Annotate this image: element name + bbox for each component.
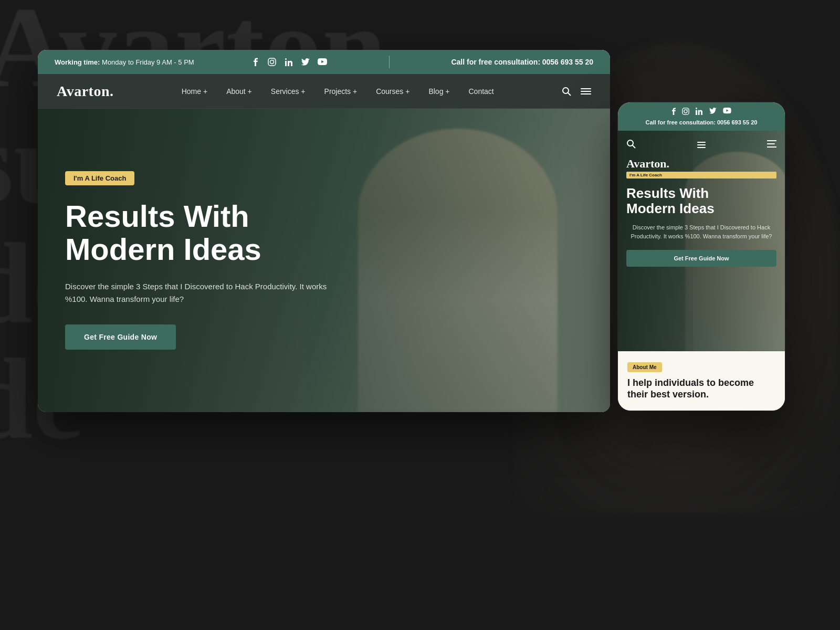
mobile-hero-section: Avarton. I'm A Life Coach Results With M… — [618, 131, 785, 351]
navbar-action-icons — [562, 87, 591, 96]
mobile-topbar: Call for free consultation: 0056 693 55 … — [618, 102, 785, 131]
mobile-hero-title: Results With Modern Ideas — [626, 186, 776, 216]
youtube-icon[interactable] — [318, 57, 327, 67]
hero-content: I'm A Life Coach Results With Modern Ide… — [38, 171, 363, 350]
mobile-twitter-icon[interactable] — [709, 108, 717, 117]
nav-item-home[interactable]: Home + — [172, 87, 217, 96]
svg-rect-3 — [285, 61, 287, 66]
mobile-search-icon — [626, 139, 636, 149]
mobile-consultation-label: Call for free consultation: — [646, 119, 716, 125]
svg-point-2 — [274, 59, 275, 60]
logo-text: Avarton. — [57, 83, 113, 99]
consultation-info: Call for free consultation: 0056 693 55 … — [451, 58, 593, 66]
facebook-icon[interactable] — [250, 57, 260, 67]
svg-point-11 — [696, 108, 697, 109]
mobile-hero-content: Avarton. I'm A Life Coach Results With M… — [626, 139, 776, 267]
mobile-consultation-info: Call for free consultation: 0056 693 55 … — [646, 119, 758, 125]
mobile-logo-area: Avarton. I'm A Life Coach — [626, 157, 776, 178]
mobile-menu-icon[interactable] — [767, 140, 776, 150]
nav-link-contact[interactable]: Contact — [459, 87, 503, 96]
mobile-mockup: Call for free consultation: 0056 693 55 … — [618, 102, 785, 411]
nav-item-courses[interactable]: Courses + — [366, 87, 419, 96]
svg-point-1 — [270, 60, 274, 64]
svg-point-5 — [563, 88, 569, 93]
hero-title: Results With Modern Ideas — [65, 200, 336, 266]
mobile-hero-cta-button[interactable]: Get Free Guide Now — [626, 250, 776, 267]
working-time-label: Working time: — [55, 58, 100, 66]
svg-line-6 — [568, 92, 571, 96]
nav-item-about[interactable]: About + — [217, 87, 261, 96]
mobile-hamburger-btn[interactable] — [697, 142, 706, 148]
mobile-hero-title-line1: Results With — [626, 185, 709, 201]
mobile-phone-number: 0056 693 55 20 — [717, 119, 757, 125]
working-time: Working time: Monday to Friday 9 AM - 5 … — [55, 58, 194, 66]
hero-badge: I'm A Life Coach — [65, 171, 134, 185]
svg-point-9 — [687, 109, 688, 110]
svg-rect-7 — [682, 108, 689, 114]
twitter-icon[interactable] — [301, 57, 310, 67]
svg-line-13 — [633, 145, 636, 149]
svg-rect-0 — [268, 58, 276, 66]
mobile-nav-row — [626, 139, 776, 151]
svg-point-4 — [285, 58, 287, 60]
nav-item-contact[interactable]: Contact — [459, 87, 503, 96]
mobile-hero-title-line2: Modern Ideas — [626, 201, 715, 216]
hero-subtitle: Discover the simple 3 Steps that I Disco… — [65, 280, 336, 306]
mobile-logo-badge: I'm A Life Coach — [626, 172, 776, 178]
nav-item-services[interactable]: Services + — [261, 87, 315, 96]
search-icon — [562, 87, 571, 96]
hamburger-icon — [581, 87, 591, 96]
mobile-facebook-icon[interactable] — [671, 108, 676, 117]
working-time-value: Monday to Friday 9 AM - 5 PM — [102, 58, 194, 66]
nav-link-services[interactable]: Services + — [261, 87, 315, 96]
hero-title-line2: Modern Ideas — [65, 232, 261, 266]
mobile-search-btn[interactable] — [626, 139, 636, 151]
svg-rect-10 — [696, 110, 697, 115]
hero-title-line1: Results With — [65, 199, 249, 233]
nav-link-home[interactable]: Home + — [172, 87, 217, 96]
mobile-about-title: I help individuals to become their best … — [627, 377, 775, 400]
mobile-hero-subtitle: Discover the simple 3 Steps that I Disco… — [626, 223, 776, 240]
site-logo[interactable]: Avarton. — [57, 83, 113, 100]
nav-link-about[interactable]: About + — [217, 87, 261, 96]
mobile-logo-text: Avarton. — [626, 157, 776, 171]
search-button[interactable] — [562, 87, 571, 96]
topbar: Working time: Monday to Friday 9 AM - 5 … — [38, 50, 610, 74]
consultation-label: Call for free consultation: — [451, 58, 540, 66]
mobile-social-icons — [671, 108, 731, 117]
hero-section: I'm A Life Coach Results With Modern Ide… — [38, 109, 610, 412]
mobile-linkedin-icon[interactable] — [696, 108, 703, 117]
nav-item-projects[interactable]: Projects + — [315, 87, 367, 96]
svg-point-8 — [684, 110, 687, 113]
mobile-youtube-icon[interactable] — [723, 108, 731, 117]
mobile-about-section: About Me I help individuals to become th… — [618, 351, 785, 411]
mobile-lines-icon — [767, 140, 776, 148]
nav-link-projects[interactable]: Projects + — [315, 87, 367, 96]
linkedin-icon[interactable] — [284, 57, 293, 67]
navbar: Avarton. Home + About + Services + Proje… — [38, 74, 610, 109]
social-icons-group — [250, 57, 327, 67]
mobile-instagram-icon[interactable] — [682, 108, 689, 117]
nav-menu: Home + About + Services + Projects + Cou… — [172, 87, 503, 96]
desktop-mockup: Working time: Monday to Friday 9 AM - 5 … — [38, 50, 610, 412]
mobile-about-badge: About Me — [627, 362, 662, 372]
phone-number: 0056 693 55 20 — [542, 58, 593, 66]
svg-point-12 — [627, 140, 633, 146]
topbar-divider — [389, 56, 390, 68]
nav-link-blog[interactable]: Blog + — [419, 87, 459, 96]
nav-link-courses[interactable]: Courses + — [366, 87, 419, 96]
menu-button[interactable] — [581, 87, 591, 96]
nav-item-blog[interactable]: Blog + — [419, 87, 459, 96]
instagram-icon[interactable] — [267, 57, 277, 67]
hero-cta-button[interactable]: Get Free Guide Now — [65, 324, 176, 350]
